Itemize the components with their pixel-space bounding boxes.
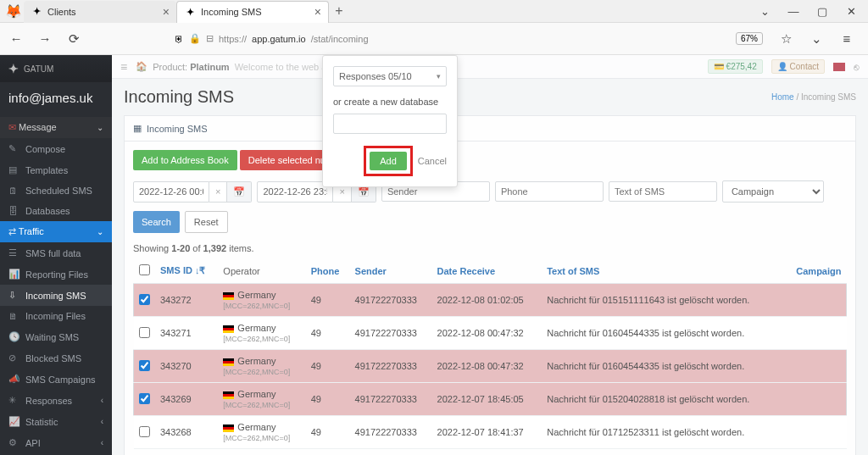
col-campaign[interactable]: Campaign <box>783 258 846 284</box>
sidebar-item-databases[interactable]: 🗄Databases <box>0 201 112 221</box>
forward-icon[interactable]: → <box>34 28 56 50</box>
flag-de-icon <box>223 424 234 432</box>
cell-text: Nachricht für 01604544335 ist gelöscht w… <box>542 317 783 350</box>
menu-toggle-icon[interactable]: ≡ <box>120 60 127 74</box>
zoom-badge[interactable]: 67% <box>736 32 763 45</box>
clear-date-from[interactable]: × <box>209 181 227 203</box>
sidebar-item-api[interactable]: ⚙API‹ <box>0 432 112 453</box>
label: SMS Campaigns <box>25 375 96 385</box>
sidebar-item-scheduled[interactable]: 🗓Scheduled SMS <box>0 180 112 201</box>
col-date[interactable]: Date Receive <box>432 258 542 284</box>
database-select[interactable]: Responses 05/10 ▾ <box>333 66 447 86</box>
reset-button[interactable]: Reset <box>185 211 228 233</box>
label: Message <box>19 122 57 132</box>
bookmark-icon[interactable]: ☆ <box>775 28 797 50</box>
sidebar: ✦ GATUM info@james.uk ✉ Message⌄ ✎Compos… <box>0 55 112 455</box>
sidebar-item-reporting[interactable]: 📊Reporting Files <box>0 264 112 285</box>
sidebar-item-compose[interactable]: ✎Compose <box>0 138 112 159</box>
search-button[interactable]: Search <box>133 211 180 233</box>
sidebar-item-responses[interactable]: ✳Responses‹ <box>0 390 112 411</box>
row-checkbox[interactable] <box>139 426 150 437</box>
sidebar-item-incoming-files[interactable]: 🗎Incoming Files <box>0 306 112 326</box>
label: Responses <box>25 396 72 406</box>
report-icon: 📊 <box>8 269 20 280</box>
contact-button[interactable]: 👤 Contact <box>771 59 825 74</box>
browser-nav-bar: ← → ⟳ ⛨ 🔒 ⊟ https://app.gatum.io/stat/in… <box>0 23 868 55</box>
col-operator[interactable]: Operator <box>218 258 305 284</box>
shield-icon: ⛨ <box>175 34 184 44</box>
pocket-icon[interactable]: ⌄ <box>805 28 827 50</box>
brand: ✦ GATUM <box>0 55 112 82</box>
reload-icon[interactable]: ⟳ <box>63 28 85 50</box>
phone-filter[interactable] <box>495 181 604 202</box>
col-sender[interactable]: Sender <box>350 258 432 284</box>
col-phone[interactable]: Phone <box>306 258 350 284</box>
home-icon[interactable]: 🏠 <box>136 61 147 72</box>
sidebar-item-message[interactable]: ✉ Message⌄ <box>0 117 112 138</box>
logout-icon[interactable]: ⎋ <box>854 62 860 72</box>
sidebar-item-templates[interactable]: ▤Templates <box>0 159 112 180</box>
minimize-icon[interactable]: — <box>785 5 802 18</box>
balance-badge[interactable]: 💳 €275,42 <box>708 59 763 74</box>
date-from-input[interactable] <box>133 181 209 203</box>
new-tab-button[interactable]: + <box>329 3 349 19</box>
sidebar-item-statistic[interactable]: 📈Statistic‹ <box>0 411 112 432</box>
add-to-address-book-button[interactable]: Add to Address Book <box>133 150 237 170</box>
tab-favicon: ✦ <box>184 6 196 18</box>
table-row: 343270Germany[MCC=262,MNC=0]494917222703… <box>134 350 847 383</box>
sidebar-item-waiting[interactable]: 🕓Waiting SMS <box>0 326 112 347</box>
flag-icon[interactable] <box>833 63 845 71</box>
select-all-checkbox[interactable] <box>139 264 150 275</box>
row-checkbox[interactable] <box>139 327 150 338</box>
panel-title: Incoming SMS <box>147 124 208 134</box>
cell-id: 343271 <box>155 317 218 350</box>
responses-icon: ✳ <box>8 395 20 406</box>
sidebar-item-blocked[interactable]: ⊘Blocked SMS <box>0 347 112 369</box>
template-icon: ▤ <box>8 164 20 175</box>
database-icon: 🗄 <box>8 206 20 216</box>
maximize-icon[interactable]: ▢ <box>814 5 831 18</box>
cell-phone: 49 <box>306 317 350 350</box>
close-icon[interactable]: × <box>163 5 170 19</box>
url-bar[interactable]: ⛨ 🔒 ⊟ https://app.gatum.io/stat/incoming <box>168 27 729 51</box>
sidebar-item-smsfull[interactable]: ☰SMS full data <box>0 242 112 264</box>
close-icon[interactable]: × <box>314 5 321 19</box>
row-checkbox[interactable] <box>139 393 150 404</box>
cell-sender: 491722270333 <box>350 383 432 416</box>
cancel-button[interactable]: Cancel <box>418 156 447 166</box>
chevron-down-icon: ⌄ <box>97 227 103 236</box>
sidebar-item-traffic[interactable]: ⇄ Traffic⌄ <box>0 221 112 242</box>
col-text[interactable]: Text of SMS <box>542 258 783 284</box>
row-checkbox[interactable] <box>139 360 150 371</box>
menu-icon[interactable]: ≡ <box>836 28 858 50</box>
crumb-home[interactable]: Home <box>771 92 794 102</box>
add-button[interactable]: Add <box>370 152 407 170</box>
url-path: /stat/incoming <box>311 34 369 44</box>
file-icon: 🗎 <box>8 311 20 321</box>
table-row: 343271Germany[MCC=262,MNC=0]494917222703… <box>134 317 847 350</box>
list-icon: ☰ <box>8 247 20 258</box>
sidebar-item-campaigns[interactable]: 📣SMS Campaigns <box>0 369 112 390</box>
sms-table: SMS ID ↓₹ Operator Phone Sender Date Rec… <box>133 258 847 449</box>
calendar-icon[interactable]: 📅 <box>227 181 252 203</box>
text-filter[interactable] <box>609 181 717 202</box>
main-area: ≡ 🏠 Product: Platinum Welcome to the web… <box>112 55 868 455</box>
table-row: 343269Germany[MCC=262,MNC=0]494917222703… <box>134 383 847 416</box>
new-database-input[interactable] <box>333 114 447 134</box>
inbox-icon: ⇩ <box>8 290 20 301</box>
chevron-down-icon[interactable]: ⌄ <box>756 5 773 18</box>
campaign-filter[interactable]: Campaign <box>722 180 824 203</box>
cell-operator: Germany[MCC=262,MNC=0] <box>218 383 305 416</box>
sidebar-item-incoming-sms[interactable]: ⇩Incoming SMS <box>0 285 112 306</box>
cell-date: 2022-12-08 01:02:05 <box>432 284 542 317</box>
tab-clients[interactable]: ✦ Clients × <box>24 1 176 23</box>
cell-text: Nachricht für 01604544335 ist gelöscht w… <box>542 350 783 383</box>
page-title: Incoming SMS <box>124 87 234 107</box>
brand-label: GATUM <box>24 64 53 74</box>
back-icon[interactable]: ← <box>5 28 27 50</box>
close-window-icon[interactable]: ✕ <box>843 5 860 18</box>
col-sms-id[interactable]: SMS ID ↓₹ <box>155 258 218 284</box>
row-checkbox[interactable] <box>139 294 150 305</box>
tab-incoming-sms[interactable]: ✦ Incoming SMS × <box>176 1 329 23</box>
label: SMS full data <box>25 248 81 258</box>
